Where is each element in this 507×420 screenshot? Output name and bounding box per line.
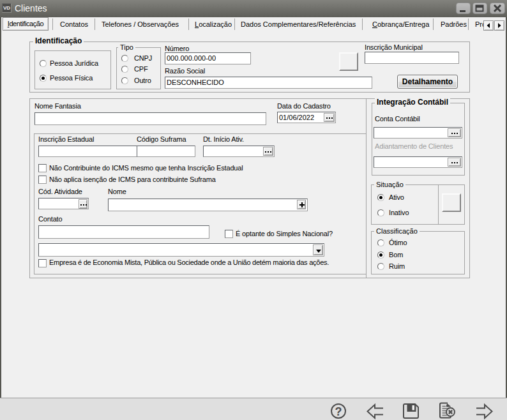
svg-text:?: ? (335, 405, 342, 418)
